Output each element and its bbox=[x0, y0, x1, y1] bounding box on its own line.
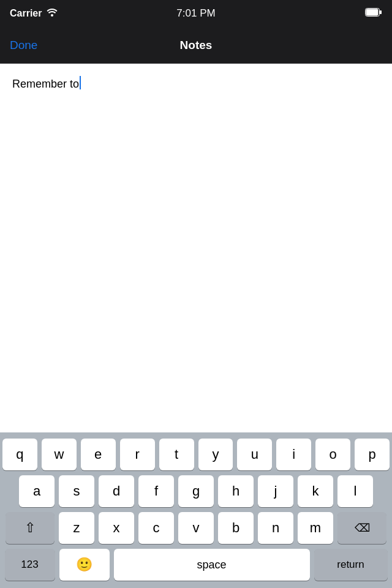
note-content: Remember to bbox=[12, 78, 79, 90]
key-j[interactable]: j bbox=[258, 475, 293, 507]
key-v[interactable]: v bbox=[178, 512, 214, 544]
key-o[interactable]: o bbox=[315, 439, 350, 470]
done-button[interactable]: Done bbox=[10, 39, 37, 52]
key-x[interactable]: x bbox=[99, 512, 134, 544]
shift-key[interactable]: ⇧ bbox=[6, 512, 55, 544]
wifi-icon bbox=[47, 8, 58, 19]
key-y[interactable]: y bbox=[198, 439, 233, 470]
key-d[interactable]: d bbox=[99, 475, 134, 507]
key-q[interactable]: q bbox=[2, 439, 37, 470]
keyboard-row-1: q w e r t y u i o p bbox=[2, 439, 390, 470]
keyboard-row-4: 123 🙂 space return bbox=[2, 549, 390, 581]
key-f[interactable]: f bbox=[138, 475, 174, 507]
svg-rect-3 bbox=[380, 10, 382, 14]
key-n[interactable]: n bbox=[258, 512, 293, 544]
key-l[interactable]: l bbox=[337, 475, 373, 507]
key-r[interactable]: r bbox=[120, 439, 155, 470]
key-c[interactable]: c bbox=[138, 512, 174, 544]
key-g[interactable]: g bbox=[178, 475, 214, 507]
space-key[interactable]: space bbox=[114, 549, 310, 581]
status-left: Carrier bbox=[10, 8, 58, 19]
key-u[interactable]: u bbox=[237, 439, 272, 470]
carrier-label: Carrier bbox=[10, 8, 42, 19]
status-right bbox=[365, 8, 382, 19]
status-bar: Carrier 7:01 PM bbox=[0, 0, 392, 27]
backspace-key[interactable]: ⌫ bbox=[337, 512, 386, 544]
keyboard-row-3: ⇧ z x c v b n m ⌫ bbox=[2, 512, 390, 544]
key-m[interactable]: m bbox=[298, 512, 333, 544]
key-w[interactable]: w bbox=[42, 439, 77, 470]
return-key[interactable]: return bbox=[314, 549, 388, 581]
numbers-key[interactable]: 123 bbox=[5, 549, 55, 581]
key-i[interactable]: i bbox=[276, 439, 311, 470]
key-p[interactable]: p bbox=[355, 439, 390, 470]
keyboard: q w e r t y u i o p a s d f g h j k l ⇧ … bbox=[0, 432, 392, 588]
status-time: 7:01 PM bbox=[176, 7, 215, 20]
note-area[interactable]: Remember to bbox=[0, 64, 392, 356]
key-h[interactable]: h bbox=[218, 475, 254, 507]
key-a[interactable]: a bbox=[19, 475, 55, 507]
svg-point-0 bbox=[51, 14, 53, 17]
page-title: Notes bbox=[180, 39, 213, 52]
keyboard-row-2: a s d f g h j k l bbox=[2, 475, 390, 507]
key-b[interactable]: b bbox=[218, 512, 254, 544]
nav-bar: Done Notes bbox=[0, 27, 392, 64]
text-cursor bbox=[80, 76, 81, 89]
key-k[interactable]: k bbox=[298, 475, 333, 507]
battery-icon bbox=[365, 8, 382, 19]
svg-rect-2 bbox=[366, 9, 379, 16]
key-t[interactable]: t bbox=[159, 439, 194, 470]
key-e[interactable]: e bbox=[81, 439, 116, 470]
key-s[interactable]: s bbox=[59, 475, 94, 507]
key-z[interactable]: z bbox=[59, 512, 94, 544]
emoji-key[interactable]: 🙂 bbox=[59, 549, 110, 581]
